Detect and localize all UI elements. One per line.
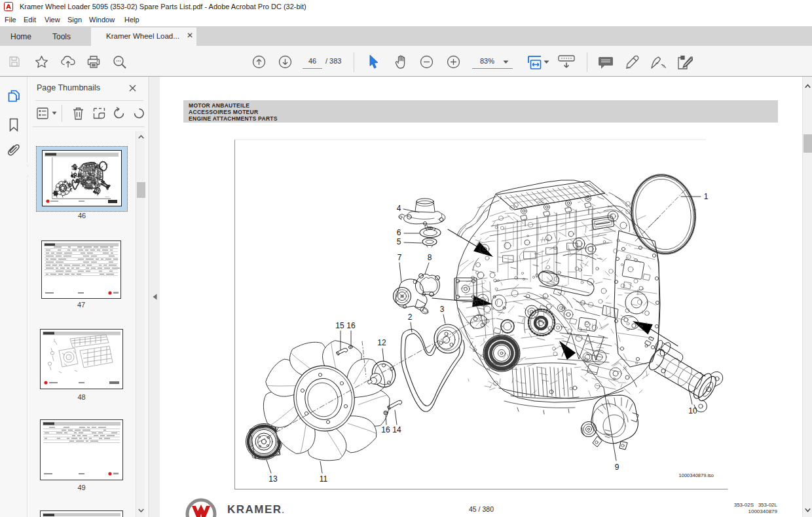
svg-text:12: 12 [377, 338, 386, 347]
svg-text:13: 13 [268, 474, 278, 484]
svg-text:8: 8 [428, 253, 432, 262]
svg-text:6: 6 [397, 228, 401, 237]
svg-text:16: 16 [346, 321, 356, 330]
svg-text:11: 11 [320, 474, 328, 484]
svg-text:9: 9 [615, 463, 619, 472]
svg-text:10: 10 [688, 406, 697, 415]
svg-text:2: 2 [408, 313, 413, 322]
svg-text:5: 5 [397, 237, 401, 246]
svg-text:1000340879.iso: 1000340879.iso [679, 472, 714, 478]
svg-text:15: 15 [335, 321, 344, 330]
svg-text:3: 3 [440, 305, 445, 314]
svg-text:7: 7 [397, 253, 402, 262]
svg-text:4: 4 [397, 204, 401, 213]
svg-text:16: 16 [381, 425, 390, 434]
svg-text:14: 14 [392, 425, 401, 434]
svg-text:1: 1 [704, 192, 709, 201]
